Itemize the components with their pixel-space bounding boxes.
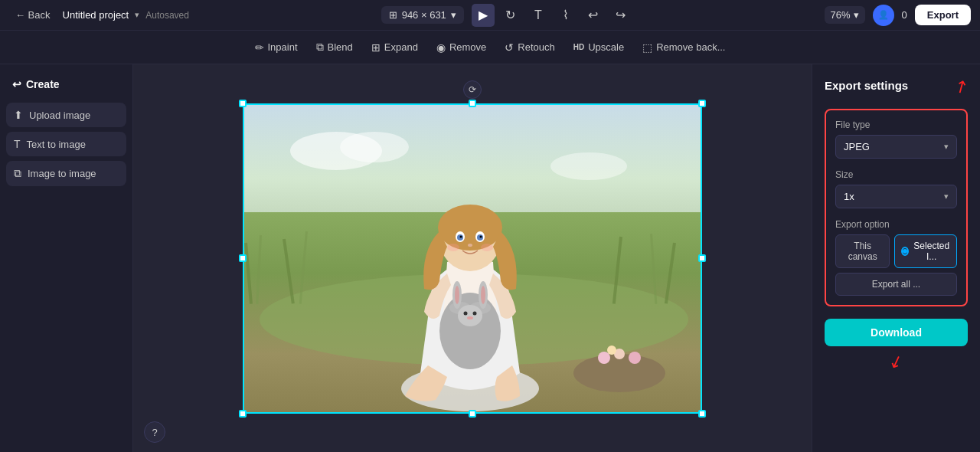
expand-icon: ⊞ xyxy=(371,41,381,54)
remove-bg-tool[interactable]: ⬚ Remove back... xyxy=(635,37,733,58)
retouch-icon: ↺ xyxy=(505,41,514,54)
svg-point-33 xyxy=(468,244,472,247)
sidebar-item-upload[interactable]: ⬆ Upload image xyxy=(6,103,126,127)
canvas-image-svg xyxy=(244,105,702,414)
svg-point-19 xyxy=(455,286,459,304)
canvas-wrapper: ⟳ xyxy=(243,103,702,414)
export-option-row: This canvas Selected I... xyxy=(835,234,957,268)
svg-point-40 xyxy=(607,346,616,355)
canvas-handle-bm[interactable] xyxy=(469,410,476,418)
refresh-button[interactable]: ⟳ xyxy=(463,80,482,99)
image-to-image-icon: ⧉ xyxy=(14,167,21,180)
zoom-value: 76% xyxy=(831,9,851,21)
inpaint-icon: ✏ xyxy=(255,41,264,54)
redo-button[interactable]: ↪ xyxy=(609,4,632,27)
canvas-handle-tr[interactable] xyxy=(698,100,706,107)
svg-point-3 xyxy=(550,152,627,180)
sidebar-item-image-to-image[interactable]: ⧉ Image to image xyxy=(6,161,126,186)
canvas-size-control[interactable]: ⊞ 946 × 631 ▾ xyxy=(381,6,464,24)
inpaint-label: Inpaint xyxy=(268,41,298,53)
svg-point-34 xyxy=(447,244,459,251)
size-value: 1x xyxy=(844,191,854,202)
zoom-chevron-icon: ▾ xyxy=(854,9,859,21)
file-type-select[interactable]: JPEG ▾ xyxy=(835,135,957,159)
link-tool-button[interactable]: ⌇ xyxy=(554,4,577,27)
arrow-download-indicator: ↗ xyxy=(887,351,906,375)
topbar: ← Back Untitled project ▾ Autosaved ⊞ 94… xyxy=(0,0,980,31)
toolbar-tools: ▶ ↻ T ⌇ ↩ ↪ xyxy=(472,4,632,27)
canvas-handle-bl[interactable] xyxy=(239,410,247,418)
this-canvas-button[interactable]: This canvas xyxy=(835,234,890,268)
secondary-toolbar: ✏ Inpaint ⧉ Blend ⊞ Expand ◉ Remove ↺ Re… xyxy=(0,31,980,64)
user-avatar[interactable]: 👤 xyxy=(873,5,894,26)
arrow-export-indicator: ↗ xyxy=(950,74,972,99)
topbar-left: ← Back Untitled project ▾ Autosaved xyxy=(9,6,189,24)
zoom-control[interactable]: 76% ▾ xyxy=(825,6,865,24)
blend-icon: ⧉ xyxy=(316,41,324,54)
select-tool-button[interactable]: ▶ xyxy=(472,4,495,27)
remove-label: Remove xyxy=(449,41,486,53)
remove-tool[interactable]: ◉ Remove xyxy=(429,37,494,58)
selected-label: Selected I... xyxy=(913,241,950,262)
upscale-tool[interactable]: HD Upscale xyxy=(566,37,632,57)
sidebar: ↩ Create ⬆ Upload image T Text to image … xyxy=(0,64,133,452)
canvas-image xyxy=(243,103,702,414)
project-chevron-icon[interactable]: ▾ xyxy=(135,10,139,20)
blend-tool[interactable]: ⧉ Blend xyxy=(309,36,361,58)
canvas-handle-tl[interactable] xyxy=(239,100,247,107)
export-button[interactable]: Export xyxy=(915,5,971,25)
create-label: Create xyxy=(26,78,60,90)
refresh-icon: ⟳ xyxy=(469,84,476,95)
svg-point-20 xyxy=(481,286,485,304)
resize-icon: ⊞ xyxy=(389,9,397,21)
retouch-label: Retouch xyxy=(518,41,554,53)
user-icon-symbol: 👤 xyxy=(878,10,889,20)
back-label: ← Back xyxy=(15,9,51,21)
export-all-label: Export all ... xyxy=(872,279,920,290)
sidebar-item-text-to-image[interactable]: T Text to image xyxy=(6,132,126,156)
size-select[interactable]: 1x ▾ xyxy=(835,185,957,208)
text-tool-button[interactable]: T xyxy=(527,4,550,27)
export-panel: Export settings ↗ File type JPEG ▾ Size … xyxy=(812,64,980,452)
svg-point-31 xyxy=(460,235,462,237)
upscale-label: Upscale xyxy=(588,41,624,53)
canvas-size-chevron-icon: ▾ xyxy=(451,9,456,21)
expand-tool[interactable]: ⊞ Expand xyxy=(364,37,426,58)
file-type-group: File type JPEG ▾ xyxy=(835,120,957,159)
help-button[interactable]: ? xyxy=(144,421,165,443)
undo-button[interactable]: ↩ xyxy=(582,4,605,27)
remove-icon: ◉ xyxy=(436,41,446,54)
file-type-chevron-icon: ▾ xyxy=(944,142,949,152)
download-button[interactable]: Download xyxy=(825,319,968,346)
selected-button[interactable]: Selected I... xyxy=(894,234,957,268)
size-label: Size xyxy=(835,169,957,180)
retouch-tool[interactable]: ↺ Retouch xyxy=(497,37,562,58)
blend-label: Blend xyxy=(328,41,353,53)
canvas-handle-br[interactable] xyxy=(698,410,706,418)
canvas-handle-ml[interactable] xyxy=(239,254,247,262)
remove-bg-icon: ⬚ xyxy=(642,41,652,54)
expand-label: Expand xyxy=(384,41,418,53)
svg-point-23 xyxy=(473,311,477,315)
rotate-tool-button[interactable]: ↻ xyxy=(499,4,522,27)
export-option-label: Export option xyxy=(835,219,957,230)
selected-radio-dot xyxy=(903,249,907,254)
text-to-image-label: Text to image xyxy=(27,139,86,150)
size-group: Size 1x ▾ xyxy=(835,169,957,208)
text-to-image-icon: T xyxy=(14,138,21,150)
svg-point-14 xyxy=(439,293,501,369)
create-arrow-icon: ↩ xyxy=(12,78,21,90)
svg-point-39 xyxy=(629,352,641,364)
canvas-area[interactable]: ⟳ xyxy=(133,64,812,452)
export-option-group: Export option This canvas Selected I... xyxy=(835,219,957,296)
svg-point-22 xyxy=(464,311,468,315)
svg-point-36 xyxy=(573,354,665,392)
autosaved-status: Autosaved xyxy=(145,10,189,21)
export-all-button[interactable]: Export all ... xyxy=(835,273,957,296)
canvas-handle-mr[interactable] xyxy=(698,254,706,262)
canvas-handle-tm[interactable] xyxy=(469,100,476,107)
project-name[interactable]: Untitled project xyxy=(63,9,129,21)
inpaint-tool[interactable]: ✏ Inpaint xyxy=(247,37,305,58)
back-button[interactable]: ← Back xyxy=(9,6,57,24)
create-header: ↩ Create xyxy=(6,74,126,95)
